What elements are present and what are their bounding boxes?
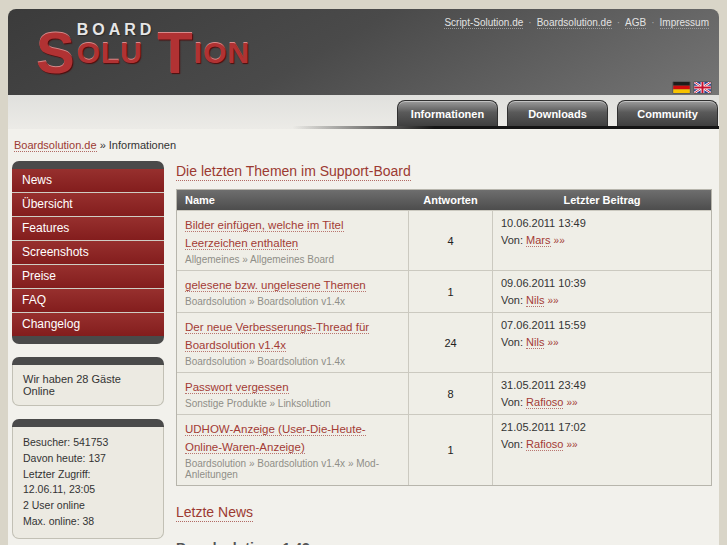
topics-table: Name Antworten Letzter Beitrag Bilder ei… (176, 189, 712, 486)
menu-top-cap (12, 161, 164, 169)
breadcrumb: Boardsolution.de » Informationen (14, 139, 712, 151)
main-area: Boardsolution.de » Informationen News Üb… (8, 129, 719, 545)
german-flag-icon[interactable] (673, 82, 690, 93)
sidebar: News Übersicht Features Screenshots Prei… (12, 161, 164, 545)
tab-community[interactable]: Community (617, 100, 718, 126)
site-header: Script-Solution.de·Boardsolution.de·AGB·… (8, 9, 719, 95)
table-row: Passwort vergessen Sonstige Produkte » L… (177, 372, 711, 414)
article-heading-v143: Boardsolution v1.43 (176, 540, 712, 545)
topic-category: Boardsolution » Boardsolution v1.4x (185, 296, 400, 307)
logo-olu-text: OLU (77, 39, 156, 68)
column-header-name: Name (177, 190, 408, 210)
sidebar-menu: News Übersicht Features Screenshots Prei… (12, 161, 164, 344)
topic-answers-count: 4 (408, 211, 493, 270)
table-header-row: Name Antworten Letzter Beitrag (177, 190, 711, 210)
stat-visitors: Besucher: 541753 (23, 435, 153, 451)
topic-date: 10.06.2011 13:49 (501, 215, 703, 232)
von-label: Von: (501, 234, 523, 246)
stat-last-access-value: 12.06.11, 23:05 (23, 482, 153, 498)
author-link[interactable]: Rafioso (526, 438, 563, 451)
logo-letter-t: T (157, 31, 192, 75)
sidebar-item-screenshots[interactable]: Screenshots (12, 240, 164, 264)
stat-last-access-label: Letzter Zugriff: (23, 467, 153, 483)
von-label: Von: (501, 396, 523, 408)
link-separator: · (651, 17, 654, 28)
stat-users-online: 2 User online (23, 498, 153, 514)
header-top-links: Script-Solution.de·Boardsolution.de·AGB·… (444, 17, 709, 28)
box-top-cap (12, 357, 164, 365)
breadcrumb-current: Informationen (109, 139, 176, 151)
link-impressum[interactable]: Impressum (660, 17, 709, 29)
topic-category: Allgemeines » Allgemeines Board (185, 254, 400, 265)
sidebar-item-faq[interactable]: FAQ (12, 288, 164, 312)
topic-link[interactable]: Passwort vergessen (185, 381, 289, 394)
breadcrumb-separator: » (100, 139, 106, 151)
topic-link[interactable]: Der neue Verbesserungs-Thread für Boards… (185, 321, 369, 352)
breadcrumb-home-link[interactable]: Boardsolution.de (14, 139, 97, 152)
topic-link[interactable]: gelesene bzw. ungelesene Themen (185, 279, 366, 292)
news-article: Boardsolution v1.43 Wieder sind ein paar… (176, 540, 712, 545)
tab-bar: Informationen Downloads Community (8, 95, 719, 129)
table-row: gelesene bzw. ungelesene Themen Boardsol… (177, 270, 711, 312)
boardsolution-logo: S BOARD OLU T ION (36, 21, 250, 68)
sidebar-item-news[interactable]: News (12, 169, 164, 192)
von-label: Von: (501, 438, 523, 450)
news-section-title: Letzte News (176, 504, 253, 522)
link-agb[interactable]: AGB (625, 17, 646, 29)
topic-date: 31.05.2011 23:49 (501, 377, 703, 394)
topic-category: Sonstige Produkte » Linksolution (185, 398, 400, 409)
goto-post-arrows[interactable]: »» (548, 337, 559, 348)
tab-downloads[interactable]: Downloads (507, 100, 608, 126)
topic-date: 07.06.2011 15:59 (501, 317, 703, 334)
author-link[interactable]: Nils (526, 294, 544, 307)
goto-post-arrows[interactable]: »» (548, 295, 559, 306)
guests-online-box: Wir haben 28 Gäste Online (12, 357, 164, 406)
topic-date: 09.06.2011 10:39 (501, 275, 703, 292)
stat-max-online: Max. online: 38 (23, 514, 153, 530)
author-link[interactable]: Rafioso (526, 396, 563, 409)
sidebar-item-changelog[interactable]: Changelog (12, 312, 164, 336)
goto-post-arrows[interactable]: »» (566, 397, 577, 408)
sidebar-item-uebersicht[interactable]: Übersicht (12, 192, 164, 216)
goto-post-arrows[interactable]: »» (566, 439, 577, 450)
content-area: Die letzten Themen im Support-Board Name… (176, 161, 712, 545)
goto-post-arrows[interactable]: »» (554, 235, 565, 246)
page-container: Script-Solution.de·Boardsolution.de·AGB·… (8, 9, 719, 545)
topic-category: Boardsolution » Boardsolution v1.4x » Mo… (185, 458, 400, 480)
author-link[interactable]: Mars (526, 234, 550, 247)
link-separator: · (617, 17, 620, 28)
logo-letter-s: S (36, 31, 75, 75)
table-row: Der neue Verbesserungs-Thread für Boards… (177, 312, 711, 372)
topic-link[interactable]: UDHOW-Anzeige (User-Die-Heute-Online-War… (185, 423, 366, 454)
sidebar-item-preise[interactable]: Preise (12, 264, 164, 288)
logo-ion-text: ION (194, 39, 250, 68)
topic-answers-count: 8 (408, 373, 493, 414)
box-top-cap (12, 419, 164, 427)
topic-link[interactable]: Bilder einfügen, welche im Titel Leerzei… (185, 219, 344, 250)
uk-flag-icon[interactable] (694, 82, 711, 93)
topic-date: 21.05.2011 17:02 (501, 419, 703, 436)
column-header-letzter-beitrag: Letzter Beitrag (493, 190, 711, 210)
link-boardsolution[interactable]: Boardsolution.de (537, 17, 612, 29)
von-label: Von: (501, 294, 523, 306)
tab-informationen[interactable]: Informationen (397, 100, 498, 126)
link-separator: · (528, 17, 531, 28)
table-row: Bilder einfügen, welche im Titel Leerzei… (177, 210, 711, 270)
guests-online-text: Wir haben 28 Gäste Online (23, 373, 121, 397)
topic-category: Boardsolution » Boardsolution v1.4x (185, 356, 400, 367)
column-header-antworten: Antworten (408, 190, 493, 210)
sidebar-item-features[interactable]: Features (12, 216, 164, 240)
table-row: UDHOW-Anzeige (User-Die-Heute-Online-War… (177, 414, 711, 485)
tab-underline (8, 126, 719, 129)
von-label: Von: (501, 336, 523, 348)
author-link[interactable]: Nils (526, 336, 544, 349)
visitor-stats-box: Besucher: 541753 Davon heute: 137 Letzte… (12, 419, 164, 539)
topic-answers-count: 1 (408, 415, 493, 485)
menu-bottom-cap (12, 336, 164, 344)
stat-today: Davon heute: 137 (23, 451, 153, 467)
topic-answers-count: 1 (408, 271, 493, 312)
topics-section-title: Die letzten Themen im Support-Board (176, 163, 411, 181)
link-script-solution[interactable]: Script-Solution.de (444, 17, 523, 29)
topic-answers-count: 24 (408, 313, 493, 372)
